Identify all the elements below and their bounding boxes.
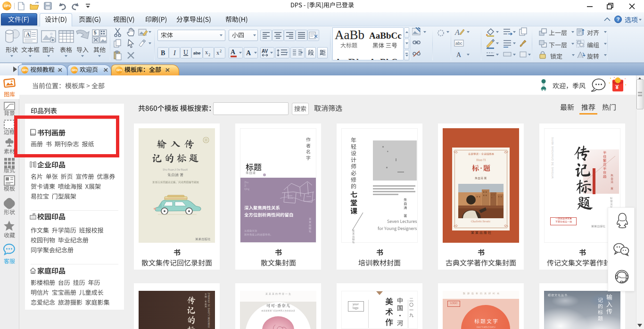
- svg-text:B: B: [161, 49, 165, 57]
- svg-text:SUIBI SHOUHUO DE SHIGUANG JI: SUIBI SHOUHUO DE SHIGUANG JI: [551, 137, 554, 179]
- svg-text:abe: abe: [193, 50, 200, 56]
- svg-text:DPS: DPS: [72, 69, 77, 72]
- svg-text:x: x: [205, 49, 208, 56]
- svg-text:A: A: [454, 28, 460, 36]
- svg-text:A: A: [456, 51, 462, 58]
- svg-text:A: A: [26, 31, 30, 38]
- svg-text:ZHUANJI DE BIAOTI MOUMOU: ZHUANJI DE BIAOTI MOUMOU: [207, 293, 210, 328]
- svg-text:DPS: DPS: [116, 69, 122, 72]
- svg-text:AV: AV: [262, 49, 268, 54]
- svg-text:U: U: [183, 49, 188, 56]
- svg-text:A: A: [231, 49, 236, 56]
- svg-text:abc: abc: [455, 41, 462, 46]
- svg-text:DPS: DPS: [22, 69, 28, 72]
- svg-text:A: A: [246, 49, 251, 57]
- svg-text:2: 2: [220, 49, 222, 53]
- svg-text:2: 2: [208, 53, 210, 57]
- svg-text:¥: ¥: [616, 84, 619, 90]
- svg-text:x: x: [216, 49, 219, 56]
- svg-text:5: 5: [94, 30, 97, 35]
